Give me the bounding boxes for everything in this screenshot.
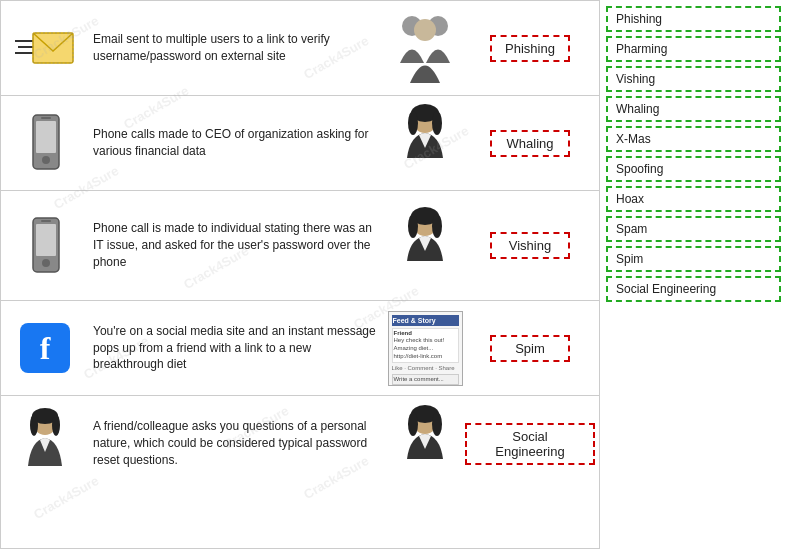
answer-label-5: Social Engineering	[465, 423, 595, 465]
icon-area-1	[5, 23, 85, 73]
svg-point-30	[408, 412, 418, 436]
description-2: Phone calls made to CEO of organization …	[85, 126, 385, 160]
answer-label-3: Vishing	[490, 232, 570, 259]
answer-box-4: Spim	[465, 335, 595, 362]
svg-point-10	[42, 156, 50, 164]
phone-icon-2	[25, 216, 65, 276]
icon-area-3	[5, 216, 85, 276]
figure-area-2	[385, 103, 465, 183]
email-icon	[13, 23, 78, 73]
option-phishing[interactable]: Phishing	[606, 6, 781, 32]
phone-icon-1	[25, 113, 65, 173]
answer-box-3: Vishing	[465, 232, 595, 259]
svg-point-26	[30, 414, 38, 436]
svg-rect-17	[36, 224, 56, 256]
option-vishing[interactable]: Vishing	[606, 66, 781, 92]
scenario-row-5: A friend/colleague asks you questions of…	[1, 396, 599, 491]
answer-label-4: Spim	[490, 335, 570, 362]
multi-person-icon	[390, 8, 460, 88]
description-3: Phone call is made to individual stating…	[85, 220, 385, 270]
svg-point-14	[408, 111, 418, 135]
chat-screenshot-icon: Feed & Story Friend Hey check this out! …	[388, 311, 463, 386]
option-social-engineering[interactable]: Social Engineering	[606, 276, 781, 302]
option-hoax[interactable]: Hoax	[606, 186, 781, 212]
option-pharming[interactable]: Pharming	[606, 36, 781, 62]
svg-point-27	[52, 414, 60, 436]
scenario-row-2: Phone calls made to CEO of organization …	[1, 96, 599, 191]
person-female-icon-3	[395, 404, 455, 484]
description-4: You're on a social media site and an ins…	[85, 323, 385, 373]
svg-rect-9	[36, 121, 56, 153]
answer-box-2: Whaling	[465, 130, 595, 157]
svg-point-22	[408, 214, 418, 238]
svg-point-7	[414, 19, 436, 41]
main-container: Email sent to multiple users to a link t…	[0, 0, 787, 549]
option-spim[interactable]: Spim	[606, 246, 781, 272]
scenario-row-3: Phone call is made to individual stating…	[1, 191, 599, 301]
left-panel: Email sent to multiple users to a link t…	[0, 0, 600, 549]
icon-area-5	[5, 406, 85, 481]
svg-point-31	[432, 412, 442, 436]
icon-area-4: f	[5, 323, 85, 373]
svg-point-23	[432, 214, 442, 238]
facebook-icon: f	[20, 323, 70, 373]
answer-label-2: Whaling	[490, 130, 570, 157]
svg-point-15	[432, 111, 442, 135]
description-5: A friend/colleague asks you questions of…	[85, 418, 385, 468]
figure-area-3	[385, 206, 465, 286]
svg-rect-11	[41, 117, 51, 119]
answer-label-1: Phishing	[490, 35, 570, 62]
option-xmas[interactable]: X-Mas	[606, 126, 781, 152]
figure-area-5	[385, 404, 465, 484]
person-female-small-icon	[18, 406, 73, 481]
option-spam[interactable]: Spam	[606, 216, 781, 242]
answer-box-5: Social Engineering	[465, 423, 595, 465]
person-female-icon-1	[395, 103, 455, 183]
right-panel: Phishing Pharming Vishing Whaling X-Mas …	[600, 0, 787, 549]
description-1: Email sent to multiple users to a link t…	[85, 31, 385, 65]
svg-rect-19	[41, 220, 51, 222]
figure-area-1	[385, 8, 465, 88]
answer-box-1: Phishing	[465, 35, 595, 62]
figure-area-4: Feed & Story Friend Hey check this out! …	[385, 311, 465, 386]
option-spoofing[interactable]: Spoofing	[606, 156, 781, 182]
svg-point-18	[42, 259, 50, 267]
scenario-row-1: Email sent to multiple users to a link t…	[1, 1, 599, 96]
person-female-icon-2	[395, 206, 455, 286]
option-whaling[interactable]: Whaling	[606, 96, 781, 122]
scenario-row-4: f You're on a social media site and an i…	[1, 301, 599, 396]
icon-area-2	[5, 113, 85, 173]
